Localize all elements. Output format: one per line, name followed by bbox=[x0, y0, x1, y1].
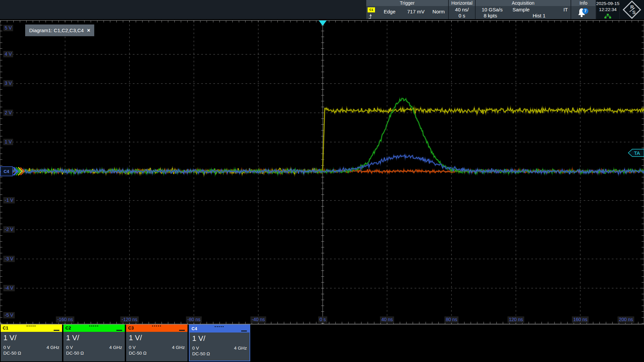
channel-box-c2[interactable]: C2••••• 1 V/ 0 V4 GHz DC-50 Ω bbox=[63, 324, 125, 361]
trigger-type: Edge bbox=[384, 9, 395, 14]
minimize-icon[interactable] bbox=[241, 330, 247, 331]
channel-coupling: DC-50 Ω bbox=[192, 351, 247, 356]
diagram-tab[interactable]: Diagram1: C1,C2,C3,C4 × bbox=[25, 24, 94, 36]
waveform-canvas: TA C4 bbox=[0, 20, 644, 324]
horizontal-scale: 40 ns/ bbox=[455, 7, 469, 12]
time-label: -40 ns bbox=[251, 316, 266, 323]
time-label: -80 ns bbox=[186, 316, 202, 323]
minimize-icon[interactable] bbox=[54, 330, 59, 331]
time-label: 160 ns bbox=[572, 316, 589, 323]
waveform-diagram[interactable]: TA C4 Diagram1: C1,C2,C3,C4 × 5 V4 V3 V2… bbox=[0, 20, 644, 324]
rs-logo-icon: R S bbox=[622, 0, 642, 19]
channel-coupling: DC-50 Ω bbox=[129, 351, 185, 356]
channel-coupling: DC-50 Ω bbox=[66, 351, 122, 356]
channel-offset: 0 V bbox=[192, 346, 199, 351]
trigger-mode: Norm bbox=[432, 9, 445, 14]
channel-offset: 0 V bbox=[129, 345, 136, 350]
offset-marker-label: C4 bbox=[4, 169, 9, 174]
trigger-annotation-label: TA bbox=[634, 150, 640, 156]
diagram-tab-label: Diagram1: C1,C2,C3,C4 bbox=[29, 27, 84, 33]
trigger-title: Trigger bbox=[366, 0, 448, 6]
date-display: 2025-09-15 bbox=[596, 1, 619, 6]
horizontal-position: 0 s bbox=[459, 13, 465, 18]
minimize-icon[interactable] bbox=[179, 330, 185, 331]
drag-dots-icon: ••••• bbox=[26, 324, 36, 328]
channel-id: C2 bbox=[65, 325, 71, 330]
channel-scale: 1 V/ bbox=[66, 333, 122, 343]
trace-c1 bbox=[0, 108, 644, 175]
channel-offset: 0 V bbox=[3, 345, 10, 350]
interpolation-mode: IT bbox=[564, 7, 568, 12]
trigger-source-badge: C1 bbox=[368, 7, 375, 12]
time-label: 0 s bbox=[318, 316, 327, 323]
acquisition-title: Acquisition bbox=[476, 0, 571, 6]
record-length: 8 kpts bbox=[484, 13, 497, 18]
minimize-icon[interactable] bbox=[116, 330, 122, 331]
channel-id: C1 bbox=[3, 325, 8, 330]
logo-letter-s: S bbox=[632, 9, 636, 15]
drag-dots-icon: ••••• bbox=[215, 324, 224, 328]
top-status-bar: Trigger C1 Edge 717 mV Norm Horizontal 4… bbox=[0, 0, 644, 19]
channel-bandwidth: 4 GHz bbox=[47, 345, 59, 350]
channel-box-c4[interactable]: C4••••• 1 V/ 0 V4 GHz DC-50 Ω bbox=[189, 324, 250, 361]
channel-scale: 1 V/ bbox=[129, 333, 185, 343]
channel-coupling: DC-50 Ω bbox=[3, 351, 59, 356]
trace-c1-core bbox=[0, 108, 644, 175]
traces bbox=[0, 99, 644, 175]
acquisition-mode: Sample bbox=[513, 7, 530, 12]
channel-scale: 1 V/ bbox=[192, 334, 247, 344]
logo-cell: R S bbox=[620, 0, 644, 19]
diagram-tab-close-icon[interactable]: × bbox=[87, 27, 90, 34]
time-label: -120 ns bbox=[120, 316, 139, 323]
channel-bandwidth: 4 GHz bbox=[234, 346, 247, 351]
history-status: Hist 1 bbox=[533, 13, 545, 18]
clock-cell[interactable]: 2025-09-15 12:22:34 bbox=[596, 0, 619, 19]
voltage-label: 4 V bbox=[3, 51, 13, 57]
oscilloscope-screen: Trigger C1 Edge 717 mV Norm Horizontal 4… bbox=[0, 0, 644, 362]
time-label: -160 ns bbox=[56, 316, 74, 323]
channel-box-c3[interactable]: C3••••• 1 V/ 0 V4 GHz DC-50 Ω bbox=[126, 324, 187, 361]
channel-id: C4 bbox=[192, 326, 197, 331]
channel-box-c1[interactable]: C1••••• 1 V/ 0 V4 GHz DC-50 Ω bbox=[1, 324, 62, 361]
lan-status-icon bbox=[604, 13, 611, 19]
voltage-label: 2 V bbox=[3, 110, 13, 116]
time-label: 200 ns bbox=[618, 316, 634, 323]
trigger-level-marker[interactable]: TA bbox=[628, 149, 644, 157]
voltage-label: 3 V bbox=[3, 80, 13, 86]
trigger-section[interactable]: Trigger C1 Edge 717 mV Norm bbox=[366, 0, 448, 19]
time-label: 40 ns bbox=[380, 316, 394, 323]
voltage-label: 1 V bbox=[3, 139, 13, 145]
acquisition-section[interactable]: Acquisition 10 GSa/s Sample IT 8 kpts Hi… bbox=[476, 0, 571, 19]
horizontal-section[interactable]: Horizontal 40 ns/ 0 s bbox=[449, 0, 475, 19]
sample-rate: 10 GSa/s bbox=[482, 7, 503, 12]
voltage-label: 5 V bbox=[3, 25, 13, 31]
info-section[interactable]: Info 7 bbox=[571, 0, 596, 19]
channel-bar: C1••••• 1 V/ 0 V4 GHz DC-50 Ω C2••••• 1 … bbox=[1, 324, 250, 361]
voltage-label: -3 V bbox=[3, 256, 15, 262]
info-title: Info bbox=[571, 0, 596, 6]
trigger-level: 717 mV bbox=[407, 9, 425, 14]
voltage-label: -5 V bbox=[3, 312, 15, 318]
horizontal-title: Horizontal bbox=[449, 0, 475, 6]
time-label: 80 ns bbox=[444, 316, 459, 323]
voltage-label: -4 V bbox=[3, 285, 15, 291]
notification-bell-icon[interactable]: 7 bbox=[577, 7, 590, 18]
channel-bandwidth: 4 GHz bbox=[109, 345, 122, 350]
channel-id: C3 bbox=[128, 325, 134, 330]
voltage-label: -2 V bbox=[3, 226, 15, 233]
channel-offset: 0 V bbox=[66, 345, 73, 350]
channel-scale: 1 V/ bbox=[3, 333, 59, 343]
drag-dots-icon: ••••• bbox=[152, 324, 162, 328]
time-display: 12:22:34 bbox=[599, 7, 617, 12]
trigger-position-marker[interactable] bbox=[319, 20, 327, 26]
channel-bandwidth: 4 GHz bbox=[172, 345, 185, 350]
rising-edge-icon bbox=[368, 13, 374, 19]
drag-dots-icon: ••••• bbox=[89, 324, 99, 328]
voltage-label: -1 V bbox=[3, 197, 15, 203]
time-label: 120 ns bbox=[507, 316, 524, 323]
notification-count: 7 bbox=[584, 9, 587, 13]
